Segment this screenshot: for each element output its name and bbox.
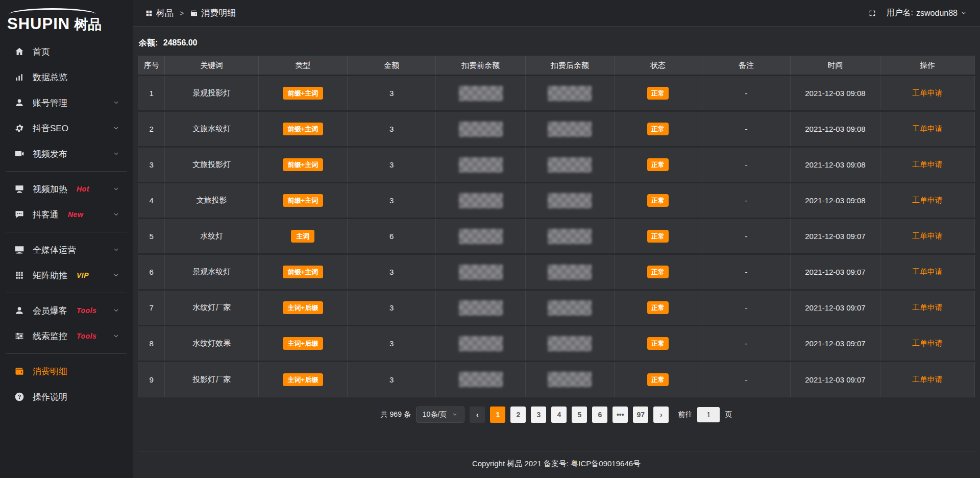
- sidebar-item-home[interactable]: 首页: [0, 39, 133, 64]
- consumption-table: 序号关键词类型金额扣费前余额扣费后余额状态备注时间操作 1 景观投影灯 前缀+主…: [138, 56, 975, 397]
- type-badge: 前缀+主词: [283, 87, 324, 100]
- work-order-link[interactable]: 工单申请: [912, 267, 943, 276]
- cell-balance-before: [436, 326, 525, 362]
- prev-page-button[interactable]: ‹: [470, 407, 485, 423]
- table-row: 4 文旅投影 前缀+主词 3 正常 - 2021-12-03 09:08 工单申…: [138, 183, 975, 219]
- sidebar-item-tag: New: [68, 210, 83, 219]
- cell-keyword: 水纹灯厂家: [165, 290, 259, 326]
- chat-icon: [14, 209, 24, 220]
- cell-amount: 3: [347, 290, 436, 326]
- cell-balance-before: [436, 362, 525, 397]
- user-menu[interactable]: 用户名: zswodun88: [887, 8, 967, 18]
- goto-page-input[interactable]: [697, 407, 720, 422]
- sidebar-item-douketong[interactable]: 抖客通 New: [0, 202, 133, 227]
- cell-amount: 3: [347, 254, 436, 290]
- cell-balance-before: [436, 111, 525, 147]
- fullscreen-button[interactable]: [868, 9, 876, 17]
- cell-status: 正常: [614, 254, 702, 290]
- column-header: 关键词: [165, 56, 259, 76]
- cell-balance-after: [525, 219, 614, 254]
- work-order-link[interactable]: 工单申请: [912, 160, 943, 169]
- breadcrumb: 树品 > 消费明细: [145, 7, 236, 19]
- page-button-4[interactable]: 4: [551, 407, 567, 423]
- work-order-link[interactable]: 工单申请: [912, 124, 943, 133]
- app-window: SHUPIN 树品 首页 数据总览 账号管理 抖音SEO 视频发布 视频加热 H…: [0, 0, 980, 478]
- sidebar-item-matrix-boost[interactable]: 矩阵助推 VIP: [0, 262, 133, 288]
- cell-keyword: 文旅投影: [165, 183, 259, 219]
- work-order-link[interactable]: 工单申请: [912, 303, 943, 312]
- sidebar-item-consumption-detail[interactable]: 消费明细: [0, 358, 133, 384]
- sidebar-item-all-media-operation[interactable]: 全媒体运营: [0, 237, 133, 262]
- table-row: 3 文旅投影灯 前缀+主词 3 正常 - 2021-12-03 09:08 工单…: [138, 147, 975, 183]
- cell-balance-before: [436, 254, 525, 290]
- page-button-5[interactable]: 5: [572, 407, 587, 423]
- column-header: 扣费后余额: [525, 56, 614, 76]
- table-row: 2 文旅水纹灯 前缀+主词 3 正常 - 2021-12-03 09:08 工单…: [138, 111, 975, 147]
- cell-action: 工单申请: [880, 183, 974, 219]
- type-badge: 主词+后缀: [283, 337, 324, 350]
- topbar-right: 用户名: zswodun88: [868, 8, 967, 18]
- sidebar-item-data-overview[interactable]: 数据总览: [0, 64, 133, 90]
- breadcrumb-item-home[interactable]: 树品: [145, 7, 174, 19]
- sidebar-divider: [6, 293, 127, 293]
- table-row: 8 水纹灯效果 主词+后缀 3 正常 - 2021-12-03 09:07 工单…: [138, 326, 975, 362]
- status-badge: 正常: [647, 337, 669, 350]
- brand-logo[interactable]: SHUPIN 树品: [0, 5, 133, 39]
- sidebar-nav: 首页 数据总览 账号管理 抖音SEO 视频发布 视频加热 Hot 抖客通 New…: [0, 39, 133, 410]
- chevron-down-icon: [113, 333, 119, 340]
- sidebar: SHUPIN 树品 首页 数据总览 账号管理 抖音SEO 视频发布 视频加热 H…: [0, 0, 133, 478]
- work-order-link[interactable]: 工单申请: [912, 375, 943, 384]
- work-order-link[interactable]: 工单申请: [912, 88, 943, 97]
- balance-label: 余额:: [139, 38, 158, 47]
- cell-balance-after: [525, 183, 614, 219]
- page-ellipsis-button[interactable]: •••: [612, 407, 628, 423]
- sidebar-item-label: 抖音SEO: [33, 123, 68, 134]
- sidebar-item-label: 账号管理: [33, 97, 67, 109]
- cell-remark: -: [702, 219, 791, 254]
- censored-value: [548, 229, 592, 244]
- page-button-2[interactable]: 2: [510, 407, 526, 423]
- cell-remark: -: [702, 183, 791, 219]
- cell-status: 正常: [614, 326, 702, 362]
- page-button-1[interactable]: 1: [490, 407, 505, 423]
- sidebar-item-douyin-seo[interactable]: 抖音SEO: [0, 115, 133, 141]
- logo-text-cn: 树品: [74, 15, 102, 34]
- page-button-97[interactable]: 97: [633, 407, 648, 423]
- cell-time: 2021-12-03 09:07: [791, 326, 880, 362]
- main-panel: 树品 > 消费明细 用户名: zswodun88: [133, 0, 980, 478]
- cell-balance-after: [525, 362, 614, 397]
- sidebar-item-operation-guide[interactable]: 操作说明: [0, 384, 133, 410]
- sidebar-item-tag: Tools: [77, 332, 96, 340]
- cell-type: 前缀+主词: [259, 76, 348, 111]
- next-page-button[interactable]: ›: [653, 407, 669, 423]
- table-row: 1 景观投影灯 前缀+主词 3 正常 - 2021-12-03 09:08 工单…: [138, 76, 975, 111]
- sidebar-item-lead-monitor[interactable]: 线索监控 Tools: [0, 323, 133, 349]
- page-size-dropdown[interactable]: 10条/页: [416, 407, 464, 423]
- cell-index: 4: [138, 183, 165, 219]
- censored-value: [548, 300, 592, 316]
- cell-time: 2021-12-03 09:07: [791, 219, 880, 254]
- cell-type: 前缀+主词: [259, 254, 348, 290]
- sidebar-item-account-management[interactable]: 账号管理: [0, 90, 133, 115]
- breadcrumb-item-current[interactable]: 消费明细: [190, 7, 236, 19]
- chevron-down-icon: [113, 211, 119, 218]
- cell-action: 工单申请: [880, 219, 974, 254]
- video-icon: [14, 149, 24, 159]
- page-button-6[interactable]: 6: [592, 407, 607, 423]
- work-order-link[interactable]: 工单申请: [912, 196, 943, 204]
- type-badge: 主词: [291, 230, 314, 243]
- censored-value: [459, 265, 503, 280]
- sidebar-item-video-publish[interactable]: 视频发布: [0, 141, 133, 166]
- cell-remark: -: [702, 76, 791, 111]
- page-button-3[interactable]: 3: [531, 407, 546, 423]
- table-header-row: 序号关键词类型金额扣费前余额扣费后余额状态备注时间操作: [138, 56, 975, 76]
- status-badge: 正常: [647, 301, 669, 314]
- sidebar-item-label: 消费明细: [33, 366, 67, 377]
- cell-balance-after: [525, 290, 614, 326]
- sidebar-item-video-heat[interactable]: 视频加热 Hot: [0, 176, 133, 202]
- gear-icon: [14, 123, 24, 133]
- sidebar-item-member-blast[interactable]: 会员爆客 Tools: [0, 298, 133, 323]
- status-badge: 正常: [647, 87, 669, 100]
- work-order-link[interactable]: 工单申请: [912, 339, 943, 347]
- work-order-link[interactable]: 工单申请: [912, 231, 943, 240]
